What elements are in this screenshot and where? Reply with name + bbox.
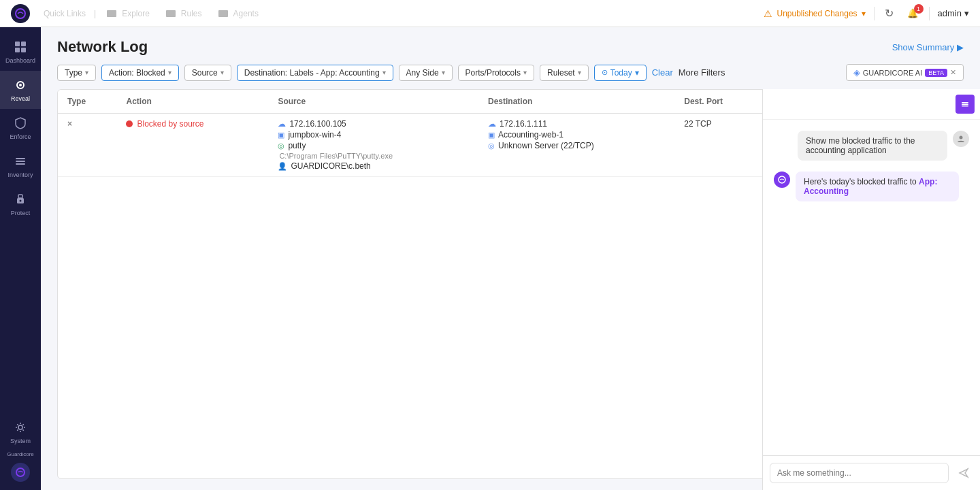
source-ip-line: ☁ 172.16.100.105	[278, 119, 469, 129]
ai-bot-message: Here's today's blocked traffic to App: A…	[774, 172, 969, 201]
explore-link[interactable]: Explore	[101, 6, 158, 21]
rules-link[interactable]: Rules	[161, 6, 210, 21]
protect-icon	[13, 192, 28, 207]
inventory-label: Inventory	[7, 172, 33, 178]
svg-point-14	[16, 468, 24, 476]
dest-cloud-icon: ☁	[488, 119, 496, 129]
dest-server-icon: ◎	[488, 142, 495, 150]
dest-service-line: ◎ Unknown Server (22/TCP)	[488, 141, 665, 150]
row-action-cell: Blocked by source	[116, 114, 268, 177]
svg-rect-9	[16, 163, 25, 165]
ruleset-filter-button[interactable]: Ruleset ▾	[540, 65, 589, 81]
dest-vm-icon: ▣	[488, 131, 495, 140]
dest-port-value: 22 TCP	[684, 119, 711, 129]
notification-button[interactable]: 🔔 1	[904, 7, 921, 20]
clear-filters-button[interactable]: Clear	[652, 67, 673, 78]
source-user: GUARDICORE\c.beth	[291, 161, 370, 171]
main-layout: Dashboard Reveal Enforce	[0, 27, 980, 490]
dest-service: Unknown Server (22/TCP)	[498, 141, 594, 150]
action-filter-label: Action: Blocked	[109, 68, 165, 78]
explore-icon	[107, 10, 116, 17]
source-filter-button[interactable]: Source ▾	[184, 65, 231, 81]
system-label: System	[10, 438, 31, 444]
page-header: Network Log Show Summary ▶	[41, 27, 980, 64]
svg-rect-16	[962, 104, 968, 105]
more-filters-button[interactable]: More Filters	[679, 67, 725, 78]
ai-send-button[interactable]	[954, 463, 973, 483]
svg-rect-7	[16, 158, 25, 159]
sidebar-item-inventory[interactable]: Inventory	[0, 147, 41, 185]
sidebar-item-reveal[interactable]: Reveal	[0, 71, 41, 109]
source-filter-chevron: ▾	[220, 69, 224, 76]
filter-bar: Type ▾ Action: Blocked ▾ Source ▾ Destin…	[41, 64, 980, 89]
destination-filter-chevron: ▾	[382, 69, 386, 76]
dest-vm-line: ▣ Accounting-web-1	[488, 130, 665, 140]
guardicore-sidebar-label: Guardicore	[7, 451, 34, 457]
clock-icon: ⊙	[602, 68, 608, 77]
ai-panel-toggle-button[interactable]: ◈ GUARDICORE AI BETA ✕	[846, 64, 964, 81]
blocked-badge: Blocked by source	[126, 119, 259, 129]
any-side-filter-label: Any Side	[406, 68, 439, 78]
ai-user-message-text: Show me blocked traffic to the accountin…	[798, 131, 947, 161]
nav-divider-1	[874, 7, 875, 20]
row-dest-port-cell: 22 TCP	[674, 114, 765, 177]
show-summary-link[interactable]: Show Summary ▶	[892, 42, 964, 52]
type-filter-label: Type	[65, 68, 82, 78]
source-user-line: 👤 GUARDICORE\c.beth	[278, 161, 469, 171]
admin-chevron: ▾	[964, 8, 969, 18]
svg-rect-15	[962, 102, 968, 103]
source-user-icon: 👤	[278, 162, 287, 171]
enforce-label: Enforce	[10, 133, 31, 140]
col-header-action: Action	[116, 90, 268, 114]
guardicore-logo-bottom[interactable]	[11, 463, 30, 482]
source-details: ☁ 172.16.100.105 ▣ jumpbox-win-4	[278, 119, 469, 171]
source-cloud-icon: ☁	[278, 119, 286, 129]
agents-link[interactable]: Agents	[213, 6, 267, 21]
col-header-destination: Destination	[478, 90, 674, 114]
dest-vm: Accounting-web-1	[498, 130, 564, 140]
row-type-cell: ×	[58, 114, 116, 177]
source-process: putty	[288, 141, 306, 150]
today-filter-chevron: ▾	[635, 68, 639, 78]
ai-user-avatar	[953, 131, 969, 147]
refresh-button[interactable]: ↻	[883, 7, 896, 20]
ai-messages-container: Show me blocked traffic to the accountin…	[763, 120, 980, 455]
unpublished-changes-button[interactable]: ⚠ Unpublished Changes ▾	[764, 8, 865, 19]
source-vm: jumpbox-win-4	[288, 130, 341, 140]
ai-input-area	[763, 455, 980, 490]
sidebar-item-dashboard[interactable]: Dashboard	[0, 33, 41, 71]
source-vm-icon: ▣	[278, 131, 284, 140]
today-filter-label: Today	[610, 68, 632, 78]
action-filter-button[interactable]: Action: Blocked ▾	[101, 65, 179, 81]
any-side-filter-button[interactable]: Any Side ▾	[399, 65, 453, 81]
sidebar-item-system[interactable]: System	[0, 413, 41, 451]
ports-filter-chevron: ▾	[523, 69, 527, 76]
svg-rect-17	[962, 105, 968, 107]
ai-chat-input[interactable]	[770, 463, 949, 483]
admin-menu-button[interactable]: admin ▾	[938, 8, 969, 18]
ports-filter-button[interactable]: Ports/Protocols ▾	[458, 65, 534, 81]
top-navigation: Quick Links | Explore Rules Agents ⚠ Unp…	[0, 0, 980, 27]
col-header-dest-port: Dest. Port	[674, 90, 765, 114]
ai-bot-prefix: Here's today's blocked traffic to	[804, 177, 919, 186]
quick-links-section: Quick Links | Explore Rules Agents	[41, 6, 267, 21]
destination-filter-button[interactable]: Destination: Labels - App: Accounting ▾	[237, 65, 393, 81]
svg-point-0	[16, 9, 25, 18]
col-header-source: Source	[268, 90, 478, 114]
svg-rect-2	[21, 42, 26, 46]
app-logo[interactable]	[11, 4, 30, 23]
content-with-panel: Type Action Source Destination	[41, 89, 980, 490]
svg-rect-4	[21, 48, 26, 52]
ai-collapse-button[interactable]	[956, 95, 975, 114]
type-filter-button[interactable]: Type ▾	[57, 65, 96, 81]
svg-rect-1	[15, 42, 20, 46]
sidebar-item-enforce[interactable]: Enforce	[0, 109, 41, 147]
ports-filter-label: Ports/Protocols	[466, 68, 521, 78]
top-nav-right: ⚠ Unpublished Changes ▾ ↻ 🔔 1 admin ▾	[764, 7, 969, 20]
warning-icon: ⚠	[764, 8, 772, 19]
ai-toggle-label: GUARDICORE AI	[863, 69, 922, 77]
dashboard-icon	[13, 39, 28, 54]
today-filter-button[interactable]: ⊙ Today ▾	[594, 65, 647, 81]
notification-badge: 1	[914, 4, 924, 14]
sidebar-item-protect[interactable]: Protect	[0, 185, 41, 223]
